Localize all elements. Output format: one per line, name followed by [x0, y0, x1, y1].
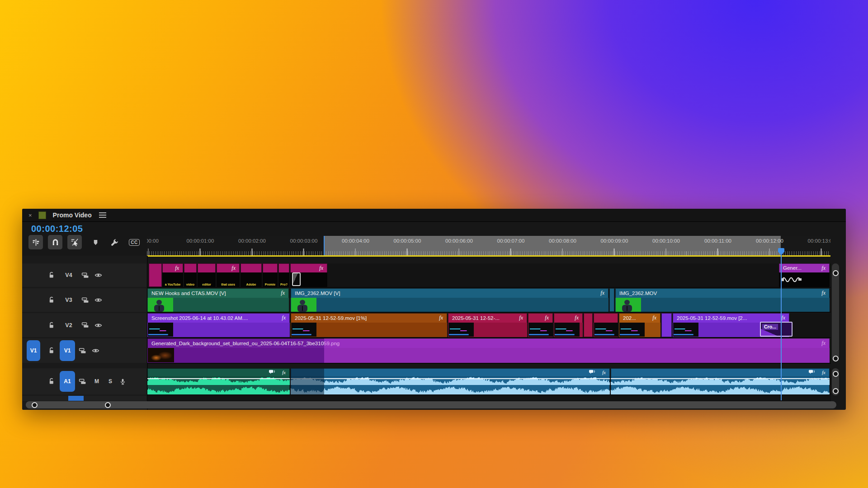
- clip-fx-badge[interactable]: fx: [596, 290, 609, 296]
- clip-fx-badge[interactable]: fx: [541, 314, 553, 321]
- audio-gain-rubber-band[interactable]: [147, 378, 290, 379]
- timeline-clip[interactable]: fx: [290, 263, 327, 287]
- timeline-clip[interactable]: Pro?: [278, 263, 289, 287]
- source-patch-v1[interactable]: V1: [27, 340, 40, 361]
- playhead-timecode[interactable]: 00:00:12:05: [31, 224, 83, 234]
- timeline-clip[interactable]: [609, 288, 614, 312]
- clip-fx-badge[interactable]: fx: [435, 314, 447, 321]
- track-lock-toggle[interactable]: [47, 296, 55, 304]
- track-target-a2[interactable]: [68, 396, 84, 401]
- track-lock-toggle[interactable]: [47, 321, 55, 329]
- timeline-clip[interactable]: IMG_2362.MOVfx: [615, 288, 830, 312]
- timeline-clip[interactable]: that usesfx: [217, 263, 240, 287]
- timeline-clip[interactable]: IMG_2362.MOV [V]fx: [291, 288, 609, 312]
- scrollbar-handle[interactable]: [32, 402, 38, 408]
- track-name-label: V4: [60, 272, 78, 278]
- mute-track-button[interactable]: M: [92, 378, 102, 385]
- audio-tracks-scrollbar[interactable]: [832, 368, 839, 395]
- timeline-clip[interactable]: 2025-05-31 12-52-59.mov [1%]fx: [291, 313, 447, 337]
- timeline-clip[interactable]: a YouTubefx: [162, 263, 183, 287]
- track-target-v1[interactable]: V1: [60, 340, 75, 361]
- solo-track-button[interactable]: S: [105, 378, 115, 385]
- clip-fx-badge[interactable]: fx: [818, 370, 830, 375]
- timeline-clip[interactable]: NEW Hooks and CTAS.MOV [V]fx: [147, 288, 289, 312]
- sync-lock-toggle[interactable]: [79, 378, 86, 385]
- timeline-clip[interactable]: Screenshot 2025-06-14 at 10.43.02 AM....…: [147, 313, 290, 337]
- track-header-a2: [22, 396, 146, 401]
- timeline-clip[interactable]: Gener...fx: [779, 263, 830, 287]
- voiceover-record-button[interactable]: [119, 378, 127, 385]
- timeline-clip[interactable]: [149, 263, 162, 287]
- track-lock-toggle[interactable]: [47, 347, 55, 355]
- timeline-settings-button[interactable]: [107, 235, 122, 249]
- audio-waveform: [291, 376, 610, 394]
- timeline-clip[interactable]: fx: [291, 368, 610, 394]
- sync-lock-toggle[interactable]: [81, 321, 89, 329]
- toggle-track-output[interactable]: [94, 272, 102, 279]
- clip-thumbnail: [148, 323, 173, 337]
- scrollbar-handle[interactable]: [833, 356, 839, 361]
- timeline-clip[interactable]: 202...fx: [619, 313, 660, 337]
- sync-lock-toggle[interactable]: [79, 347, 86, 355]
- timeline-clip[interactable]: Generated_Dark_background_set_blurred_ou…: [147, 338, 830, 363]
- timeline-clip[interactable]: fx: [611, 368, 830, 394]
- timeline-clip[interactable]: Adobe: [241, 263, 262, 287]
- audio-gain-rubber-band[interactable]: [291, 378, 610, 379]
- audio-gain-rubber-band[interactable]: [611, 378, 830, 379]
- captions-button[interactable]: CC: [127, 235, 142, 249]
- close-panel-button[interactable]: ×: [28, 212, 32, 219]
- scrollbar-handle[interactable]: [833, 388, 839, 394]
- scrollbar-handle[interactable]: [105, 402, 111, 408]
- clip-fx-badge[interactable]: fx: [648, 314, 660, 321]
- time-ruler[interactable]: 00:00:0000:00:01:0000:00:02:0000:00:03:0…: [147, 236, 830, 255]
- toggle-track-output[interactable]: [94, 296, 102, 304]
- track-header-v3: V3: [22, 288, 146, 312]
- scrollbar-handle[interactable]: [833, 371, 839, 377]
- toggle-track-output[interactable]: [92, 347, 99, 355]
- clip-fx-badge[interactable]: fx: [227, 265, 240, 272]
- track-header-column: V4V3V2V1V1A1MS: [22, 256, 147, 410]
- clip-fx-badge[interactable]: fx: [171, 265, 183, 272]
- timeline-clip[interactable]: Premie: [263, 263, 278, 287]
- clip-fx-badge[interactable]: fx: [278, 370, 290, 375]
- video-tracks-scrollbar[interactable]: [832, 263, 839, 361]
- horizontal-zoom-scrollbar[interactable]: [26, 401, 836, 408]
- timeline-clip[interactable]: [594, 313, 618, 337]
- timeline-clip[interactable]: [584, 313, 593, 337]
- clip-fx-badge[interactable]: fx: [277, 290, 289, 296]
- sequence-tab-title[interactable]: Promo Video: [53, 211, 92, 219]
- timeline-clip[interactable]: video: [184, 263, 197, 287]
- clip-fx-badge[interactable]: fx: [571, 314, 583, 321]
- timeline-clip[interactable]: editor: [198, 263, 216, 287]
- timeline-clip[interactable]: fx: [528, 313, 553, 337]
- clip-fx-badge[interactable]: fx: [278, 314, 290, 321]
- selected-clip-cro[interactable]: Cro...: [760, 322, 793, 337]
- panel-menu-icon[interactable]: [99, 212, 106, 218]
- linked-selection-toggle-button[interactable]: [67, 235, 82, 249]
- timeline-clip[interactable]: fx: [147, 368, 290, 394]
- track-lock-toggle[interactable]: [47, 272, 55, 279]
- clip-thumbnail-greenscreen: [616, 298, 641, 311]
- track-lock-toggle[interactable]: [47, 378, 55, 385]
- snap-toggle-button[interactable]: [48, 235, 62, 249]
- timeline-clip[interactable]: [661, 313, 672, 337]
- clip-fx-badge[interactable]: fx: [515, 314, 527, 321]
- track-row-v4: a YouTubefxvideoeditorthat usesfxAdobePr…: [147, 263, 831, 288]
- clip-fx-badge[interactable]: fx: [777, 314, 789, 321]
- clip-label: Gener...: [779, 265, 817, 271]
- toggle-track-output[interactable]: [94, 321, 102, 329]
- scrollbar-handle[interactable]: [833, 270, 839, 276]
- track-name-label: V2: [60, 322, 78, 328]
- track-target-a1[interactable]: A1: [60, 371, 75, 392]
- nested-sequence-toggle-button[interactable]: [28, 235, 43, 249]
- sync-lock-toggle[interactable]: [81, 272, 89, 279]
- unlocked-padlock-icon: [48, 378, 55, 385]
- clip-fx-badge[interactable]: fx: [817, 265, 830, 272]
- clip-fx-badge[interactable]: fx: [817, 290, 830, 296]
- timeline-clip[interactable]: fx: [554, 313, 583, 337]
- clip-fx-badge[interactable]: fx: [598, 370, 610, 375]
- timeline-clip[interactable]: 2025-05-31 12-52-...fx: [448, 313, 527, 337]
- clip-fx-badge[interactable]: fx: [315, 265, 327, 272]
- sync-lock-toggle[interactable]: [81, 296, 89, 304]
- add-marker-button[interactable]: [88, 235, 103, 249]
